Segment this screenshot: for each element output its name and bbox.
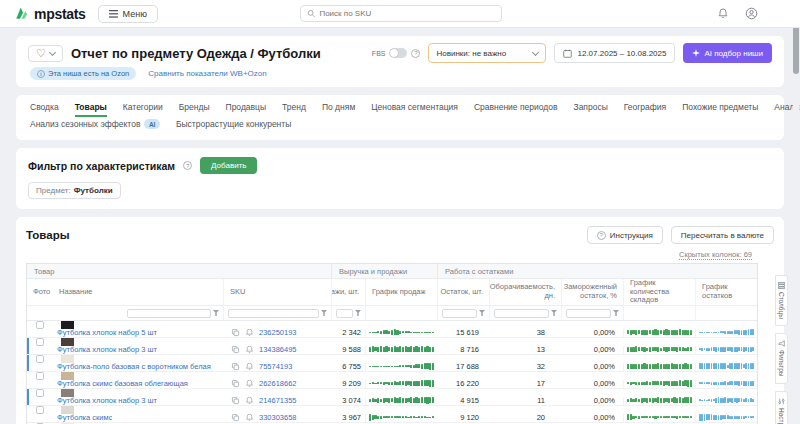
- sales-chart[interactable]: [365, 329, 437, 338]
- row-checkbox[interactable]: [36, 372, 44, 380]
- date-range-picker[interactable]: 12.07.2025 – 10.08.2025: [554, 43, 675, 63]
- tab-Товары[interactable]: Товары: [75, 102, 107, 117]
- name-filter-input[interactable]: [127, 309, 211, 318]
- warehouse-count-chart[interactable]: [623, 329, 695, 338]
- bell-alert-icon[interactable]: [245, 346, 254, 355]
- row-checkbox[interactable]: [36, 389, 44, 397]
- product-name-link[interactable]: Футболка хлопок набор 3 шт: [57, 397, 157, 406]
- tab-Анализ сезонных эффектов[interactable]: Анализ сезонных эффектовAI: [30, 119, 160, 134]
- instruction-button[interactable]: ? Инструкция: [587, 226, 663, 244]
- row-checkbox[interactable]: [36, 321, 44, 329]
- stock-filter-funnel-icon[interactable]: [479, 310, 485, 316]
- product-name-link[interactable]: Футболка хлопок набор 3 шт: [57, 346, 157, 355]
- fbs-help-icon[interactable]: ?: [411, 49, 420, 58]
- tab-По дням[interactable]: По дням: [322, 102, 355, 117]
- sales-chart[interactable]: [365, 397, 437, 406]
- sku-link[interactable]: 236250193: [259, 329, 297, 338]
- recalculate-currency-button[interactable]: Пересчитать в валюте: [671, 226, 774, 244]
- turnover-filter-funnel-icon[interactable]: [551, 310, 557, 316]
- col-stock-chart[interactable]: График остатков: [695, 279, 757, 305]
- add-filter-button[interactable]: Добавить: [200, 157, 257, 174]
- ai-niche-button[interactable]: AI подбор ниши: [683, 43, 772, 63]
- side-tab-filters[interactable]: Фильтры: [775, 333, 788, 384]
- tab-Категории[interactable]: Категории: [123, 102, 163, 117]
- col-sales-units[interactable]: Продажи, шт.: [331, 279, 365, 305]
- bell-alert-icon[interactable]: [245, 380, 254, 389]
- stock-history-chart[interactable]: [695, 363, 757, 372]
- product-name-link[interactable]: Футболка хлопок набор 5 шт: [57, 329, 157, 338]
- notifications-bell-icon[interactable]: [717, 7, 729, 20]
- search-input[interactable]: [319, 9, 495, 18]
- row-checkbox[interactable]: [36, 338, 44, 346]
- tab-Сравнение периодов[interactable]: Сравнение периодов: [474, 102, 558, 117]
- sku-link[interactable]: 214671355: [259, 397, 297, 406]
- bell-alert-icon[interactable]: [245, 397, 254, 406]
- product-photo[interactable]: [61, 355, 74, 363]
- filter-help-icon[interactable]: ?: [183, 161, 192, 170]
- mpstats-logo[interactable]: mpstats: [14, 6, 86, 22]
- copy-sku-icon[interactable]: [231, 380, 240, 389]
- bell-alert-icon[interactable]: [245, 363, 254, 372]
- warehouse-count-chart[interactable]: [623, 414, 695, 423]
- warehouse-count-chart[interactable]: [623, 363, 695, 372]
- fbs-toggle[interactable]: [389, 48, 407, 58]
- novelty-select[interactable]: Новинки: не важно: [428, 43, 546, 63]
- col-sku[interactable]: SKU: [223, 279, 331, 305]
- sku-search[interactable]: [300, 5, 502, 22]
- sku-link[interactable]: 262618662: [259, 380, 297, 389]
- col-turnover[interactable]: Оборачиваемость, дн.: [489, 279, 561, 305]
- sales-chart[interactable]: [365, 380, 437, 389]
- sales-chart[interactable]: [365, 414, 437, 423]
- sku-link[interactable]: 75574193: [259, 363, 292, 372]
- sales-filter-input[interactable]: [336, 309, 353, 318]
- sku-link[interactable]: 134386495: [259, 346, 297, 355]
- tab-Тренд[interactable]: Тренд: [282, 102, 306, 117]
- col-photo[interactable]: Фото: [27, 279, 53, 305]
- favorite-button[interactable]: ♡: [28, 45, 63, 62]
- col-name[interactable]: Название: [53, 279, 223, 305]
- product-photo[interactable]: [61, 321, 74, 329]
- stock-history-chart[interactable]: [695, 414, 757, 423]
- name-filter-funnel-icon[interactable]: [213, 310, 219, 316]
- bell-alert-icon[interactable]: [245, 329, 254, 338]
- product-name-link[interactable]: Футболка скимс базовая облегающая: [57, 380, 188, 389]
- warehouse-count-chart[interactable]: [623, 346, 695, 355]
- stock-history-chart[interactable]: [695, 397, 757, 406]
- product-photo[interactable]: [61, 389, 74, 397]
- product-photo[interactable]: [61, 338, 74, 346]
- turnover-filter-input[interactable]: [494, 309, 549, 318]
- tab-Ценовая сегментация[interactable]: Ценовая сегментация: [371, 102, 458, 117]
- copy-sku-icon[interactable]: [231, 414, 240, 423]
- col-stock-units[interactable]: Остаток, шт.: [437, 279, 489, 305]
- product-name-link[interactable]: Футболка скимс: [57, 414, 112, 423]
- col-frozen-stock[interactable]: Замороженный остаток, %: [561, 279, 623, 305]
- product-photo[interactable]: [61, 406, 74, 414]
- sku-link[interactable]: 330303658: [259, 414, 297, 423]
- tab-Сводка[interactable]: Сводка: [30, 102, 59, 117]
- sales-filter-funnel-icon[interactable]: [355, 310, 361, 316]
- compare-wb-ozon-link[interactable]: Сравнить показатели WB+Ozon: [148, 69, 266, 78]
- stock-filter-input[interactable]: [442, 309, 477, 318]
- filter-chip-subject[interactable]: Предмет: Футболки: [28, 182, 121, 199]
- tab-Продавцы[interactable]: Продавцы: [226, 102, 267, 117]
- page-scrollbar-thumb[interactable]: [793, 26, 799, 74]
- user-profile-icon[interactable]: [745, 7, 758, 20]
- menu-button[interactable]: Меню: [98, 5, 158, 23]
- side-tab-settings[interactable]: Настройки: [775, 391, 788, 424]
- row-checkbox[interactable]: [36, 355, 44, 363]
- col-sales-chart[interactable]: График продаж: [365, 279, 437, 305]
- stock-history-chart[interactable]: [695, 329, 757, 338]
- stock-history-chart[interactable]: [695, 380, 757, 389]
- bell-alert-icon[interactable]: [245, 414, 254, 423]
- tab-Быстрорастущие конкуренты[interactable]: Быстрорастущие конкуренты: [176, 119, 291, 134]
- hidden-columns-link[interactable]: Скрытых колонок: 69: [679, 250, 752, 260]
- sales-chart[interactable]: [365, 363, 437, 372]
- frozen-filter-input[interactable]: [566, 309, 611, 318]
- side-tab-columns[interactable]: Столбцы: [775, 275, 788, 326]
- tab-Бренды[interactable]: Бренды: [179, 102, 210, 117]
- sku-filter-funnel-icon[interactable]: [321, 310, 327, 316]
- sales-chart[interactable]: [365, 346, 437, 355]
- sku-filter-input[interactable]: [228, 309, 319, 318]
- copy-sku-icon[interactable]: [231, 397, 240, 406]
- row-checkbox[interactable]: [36, 406, 44, 414]
